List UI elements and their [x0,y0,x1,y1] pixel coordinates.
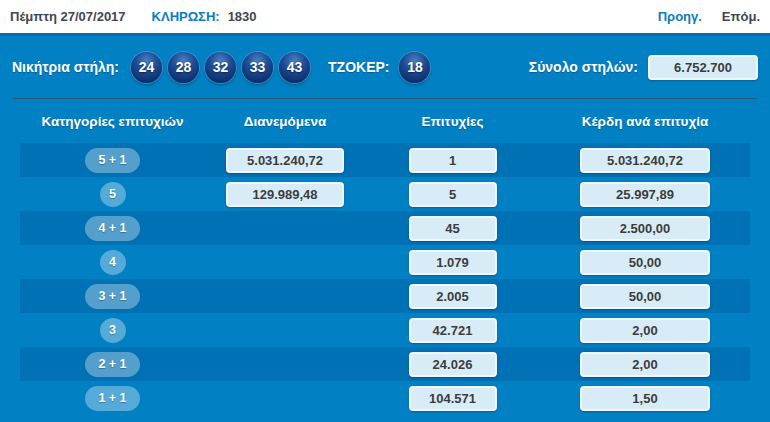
winners-count: 1 [409,148,497,173]
joker-ball: 18 [399,52,430,83]
prize-per-winner: 2.500,00 [580,216,710,241]
column-header: Κατηγορίες επιτυχιών [20,114,205,129]
winners-count: 1.079 [409,250,497,275]
winning-ball: 28 [168,52,199,83]
winners-count: 2.005 [409,284,497,309]
table-row: 4 + 1452.500,00 [20,211,750,245]
category-badge: 3 + 1 [85,284,140,309]
previous-draw-link[interactable]: Προηγ. [658,9,702,24]
winning-ball: 24 [131,52,162,83]
table-row: 342.7212,00 [20,313,750,347]
winners-count: 42.721 [409,318,497,343]
total-columns-value: 6.752.700 [648,55,758,80]
table-row: 5129.989,48525.997,89 [20,177,750,211]
prize-per-winner: 1,50 [580,386,710,411]
distributed-amount: 5.031.240,72 [226,148,344,173]
winners-count: 45 [409,216,497,241]
column-header: Κέρδη ανά επιτυχία [540,114,750,129]
category-badge: 1 + 1 [85,386,140,411]
table-row: 2 + 124.0262,00 [20,347,750,381]
lottery-results-screen: Πέμπτη 27/07/2017 ΚΛΗΡΩΣΗ: 1830 Προηγ. Ε… [0,0,770,422]
category-badge: 3 [100,318,126,343]
winning-balls: 2428323343 [131,52,310,83]
prize-per-winner: 50,00 [580,250,710,275]
draw-number: 1830 [228,9,257,24]
topbar: Πέμπτη 27/07/2017 ΚΛΗΡΩΣΗ: 1830 Προηγ. Ε… [0,0,770,33]
table-row: 5 + 15.031.240,7215.031.240,72 [20,143,750,177]
winning-numbers-section: Νικήτρια στήλη: 2428323343 ΤΖΟΚΕΡ: 18 Σύ… [0,36,770,98]
draw-navigation: Προηγ. Επόμ. [658,9,760,24]
column-header: Διανεμόμενα [205,114,365,129]
category-badge: 4 + 1 [85,216,140,241]
category-badge: 4 [100,250,126,275]
winners-count: 5 [409,182,497,207]
draw-info: Πέμπτη 27/07/2017 ΚΛΗΡΩΣΗ: 1830 [10,9,257,24]
table-row: 41.07950,00 [20,245,750,279]
next-draw-link[interactable]: Επόμ. [722,9,760,24]
prize-per-winner: 25.997,89 [580,182,710,207]
total-columns-label: Σύνολο στηλών: [529,59,638,75]
draw-label: ΚΛΗΡΩΣΗ: [152,9,220,24]
winning-ball: 33 [242,52,273,83]
winning-column-label: Νικήτρια στήλη: [12,59,119,75]
category-badge: 5 + 1 [85,148,140,173]
distributed-amount: 129.989,48 [226,182,344,207]
winners-count: 104.571 [409,386,497,411]
results-table: 5 + 15.031.240,7215.031.240,725129.989,4… [0,143,770,415]
results-panel: Νικήτρια στήλη: 2428323343 ΤΖΟΚΕΡ: 18 Σύ… [0,33,770,422]
table-header-row: Κατηγορίες επιτυχιώνΔιανεμόμεναΕπιτυχίες… [20,99,750,143]
prize-per-winner: 50,00 [580,284,710,309]
joker-label: ΤΖΟΚΕΡ: [328,59,389,75]
category-badge: 2 + 1 [85,352,140,377]
draw-date: Πέμπτη 27/07/2017 [10,9,126,24]
prize-per-winner: 5.031.240,72 [580,148,710,173]
winners-count: 24.026 [409,352,497,377]
category-badge: 5 [100,182,126,207]
table-row: 3 + 12.00550,00 [20,279,750,313]
table-row: 1 + 1104.5711,50 [20,381,750,415]
column-header: Επιτυχίες [365,114,540,129]
prize-per-winner: 2,00 [580,352,710,377]
winning-ball: 32 [205,52,236,83]
prize-per-winner: 2,00 [580,318,710,343]
winning-ball: 43 [279,52,310,83]
